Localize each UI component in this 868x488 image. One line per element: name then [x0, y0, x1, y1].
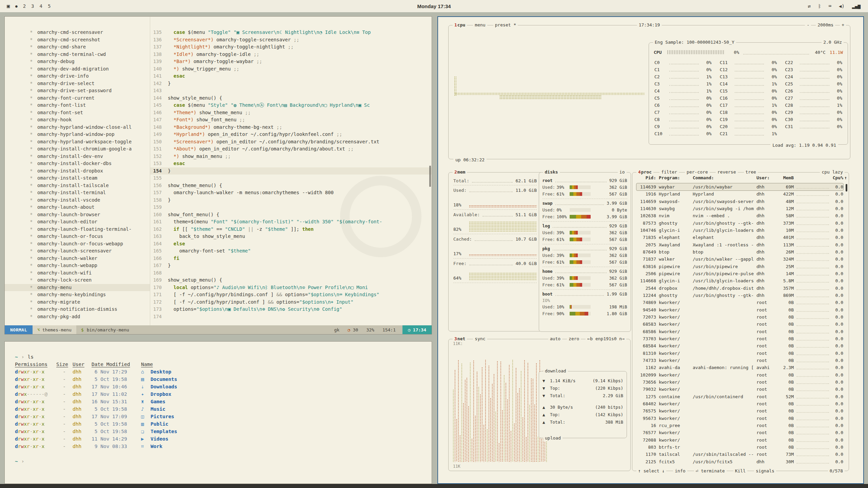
workspace-5[interactable]: 5: [48, 3, 51, 9]
auto-toggle[interactable]: auto: [548, 336, 562, 342]
tree-item[interactable]: *omarchy-drive-set-password: [5, 87, 150, 95]
tree-item[interactable]: *omarchy-install-steam: [5, 175, 150, 182]
interface-selector[interactable]: ←b enp191s0 n→: [586, 336, 626, 342]
tree-item[interactable]: *omarchy-cmd-terminal-cwd: [5, 51, 150, 58]
tree-item[interactable]: *omarchy-migrate: [5, 299, 150, 306]
tree-item[interactable]: *omarchy-install-docker-dbs: [5, 160, 150, 167]
proc-row[interactable]: 114630swaybg/usr/bin/swaybg -i /homdhh12…: [636, 205, 843, 212]
tree-item[interactable]: *omarchy-launch-or-focus-webapp: [5, 240, 150, 248]
proc-row[interactable]: 73656kworker/root0B0.0: [636, 379, 843, 386]
info-button[interactable]: info: [673, 468, 687, 474]
proc-row[interactable]: 1162avahi-daavahi-daemon: running [avahi…: [636, 364, 843, 371]
tree-item[interactable]: *omarchy-cmd-screenshot: [5, 36, 150, 44]
proc-row[interactable]: 1170tailscal/usr/sbin/tailscaled --root7…: [636, 451, 843, 458]
workspace-active-icon[interactable]: ●: [15, 4, 18, 8]
tree-item[interactable]: *omarchy-install-chromium-google-a: [5, 145, 150, 153]
editor-window[interactable]: *omarchy-cmd-screensaver*omarchy-cmd-scr…: [4, 16, 432, 334]
proc-row[interactable]: 2506pipewire/usr/bin/pipewire-pulsedhh14…: [636, 270, 843, 277]
proc-row[interactable]: 95673kworker/root0B0.0: [636, 415, 843, 422]
per-core-toggle[interactable]: per-core: [685, 169, 710, 175]
sort-selector[interactable]: cpu lazy: [820, 169, 845, 175]
proc-row[interactable]: 73703kworker/root0B0.0: [636, 335, 843, 342]
terminate-button[interactable]: ⏎ terminate: [694, 468, 727, 474]
proc-row[interactable]: 16rcu_preeroot0B0.0: [636, 422, 843, 429]
bluetooth-icon[interactable]: ᛒ: [818, 3, 821, 9]
proc-row[interactable]: 87649btopbtopdhh26M0.0: [636, 248, 843, 256]
tree-item[interactable]: *omarchy-drive-select: [5, 80, 150, 87]
proc-row[interactable]: 2075XwaylandXwayland :1 -rootless -dhh11…: [636, 241, 843, 248]
proc-row[interactable]: 68583kworker/root0B0.0: [636, 321, 843, 328]
workspace-4[interactable]: 4: [40, 3, 42, 9]
btop-window[interactable]: 1cpu menu preset * 17:34:19 - 2000ms + E…: [437, 16, 864, 484]
proc-row[interactable]: 102099kworker/root0B0.0: [636, 371, 843, 379]
signals-button[interactable]: signals: [754, 468, 776, 474]
keyboard-icon[interactable]: ⌨: [828, 3, 831, 9]
tree-item[interactable]: *omarchy-install-vscode: [5, 197, 150, 204]
tree-item[interactable]: *omarchy-debug: [5, 58, 150, 65]
proc-row[interactable]: 114668glycin-i/usr/lib/glycin-loadersdhh…: [636, 277, 843, 284]
proc-row[interactable]: 76577kworker/root0B0.0: [636, 429, 843, 436]
workspace-2[interactable]: 2: [23, 3, 26, 9]
tree-item[interactable]: *omarchy-install-terminal: [5, 189, 150, 197]
proc-row[interactable]: 71837walker/usr/bin/walker --gappldhh324…: [636, 256, 843, 263]
tab-mem[interactable]: 2mem: [453, 169, 467, 175]
proc-row[interactable]: 102638nvimnvim --embed .dhh58M0.0: [636, 212, 843, 219]
terminal-window[interactable]: ~ › ls PermissionsSizeUserDate ModifiedN…: [4, 341, 432, 484]
tab-cpu[interactable]: 1cpu: [453, 22, 467, 28]
filter-button[interactable]: filter: [659, 169, 679, 175]
network-icon[interactable]: ▂▄▆: [852, 3, 861, 9]
tree-item[interactable]: *omarchy-launch-about: [5, 204, 150, 211]
interval-decrease-button[interactable]: -: [805, 22, 811, 28]
tree-item[interactable]: *omarchy-install-tailscale: [5, 182, 150, 189]
proc-row[interactable]: 63816pipewire/usr/bin/pipewiredhh25M0.0: [636, 263, 843, 270]
select-keys[interactable]: ↑ select ↓: [636, 468, 666, 474]
proc-row[interactable]: 12244ghostty/usr/bin/ghostty --gtk-dhh86…: [636, 292, 843, 299]
code-editor[interactable]: 135 case $(menu "Toggle" "▣ Screensaver\…: [150, 17, 432, 325]
proc-row[interactable]: 94540kworker/root0B0.0: [636, 306, 843, 313]
kill-button[interactable]: Kill: [733, 468, 747, 474]
tree-item[interactable]: *omarchy-menu-keybindings: [5, 291, 150, 299]
tree-item[interactable]: *omarchy-hyprland-workspace-toggle: [5, 138, 150, 146]
tree-item[interactable]: *omarchy-launch-screensaver: [5, 247, 150, 255]
tree-item[interactable]: *omarchy-font-list: [5, 102, 150, 109]
workspace-3[interactable]: 3: [31, 3, 34, 9]
proc-row[interactable]: 72073kworker/root0B0.0: [636, 313, 843, 321]
tree-item[interactable]: *omarchy-launch-floating-terminal-: [5, 226, 150, 233]
reverse-toggle[interactable]: reverse: [716, 169, 738, 175]
proc-row[interactable]: 68584kworker/root0B0.0: [636, 342, 843, 349]
editor-scrollbar[interactable]: [429, 166, 431, 187]
tree-item[interactable]: *omarchy-launch-webapp: [5, 262, 150, 269]
tree-item[interactable]: *omarchy-menu: [5, 284, 150, 291]
tree-item[interactable]: *omarchy-hyprland-window-close-all: [5, 124, 150, 131]
proc-row[interactable]: 71835elephantelephantdhh401M0.0: [636, 234, 843, 241]
proc-row[interactable]: 81310kworker/root0B0.0: [636, 350, 843, 357]
sync-toggle[interactable]: sync: [473, 336, 487, 342]
tree-item[interactable]: *omarchy-launch-editor: [5, 218, 150, 226]
tree-item[interactable]: *omarchy-font-current: [5, 95, 150, 102]
tree-item[interactable]: *omarchy-lock-screen: [5, 277, 150, 284]
proc-row[interactable]: 87573ghostty/usr/bin/ghostty --gtk-dhh37…: [636, 220, 843, 227]
tree-item[interactable]: *omarchy-launch-or-focus: [5, 233, 150, 240]
tree-item[interactable]: *omarchy-cmd-share: [5, 43, 150, 51]
tree-item[interactable]: *omarchy-hook: [5, 116, 150, 124]
proc-row[interactable]: 72088kworker/root0B0.0: [636, 436, 843, 444]
proc-row[interactable]: 803btrfs-trroot0B0.0: [636, 444, 843, 451]
proc-row[interactable]: 68402kworker/root0B0.0: [636, 400, 843, 407]
preset-button[interactable]: preset *: [493, 22, 518, 28]
proc-row[interactable]: 74733kworker/root0B0.0: [636, 357, 843, 364]
tree-item[interactable]: *omarchy-launch-browser: [5, 211, 150, 219]
tree-item[interactable]: *omarchy-launch-walker: [5, 255, 150, 262]
file-tree[interactable]: *omarchy-cmd-screensaver*omarchy-cmd-scr…: [5, 17, 150, 325]
zero-toggle[interactable]: zero: [567, 336, 581, 342]
proc-row[interactable]: 114639waybar/usr/bin/waybardhh69M0.0: [636, 183, 843, 190]
interval-increase-button[interactable]: +: [840, 22, 846, 28]
proc-row[interactable]: 1275containe/usr/bin/containerdroot52M0.…: [636, 393, 843, 400]
prompt-line-2[interactable]: ~ ›: [15, 458, 432, 465]
menu-button[interactable]: menu: [473, 22, 487, 28]
proc-row[interactable]: 2125fcitx5/usr/bin/fcitx5dhh30M0.0: [636, 458, 843, 465]
logo-icon[interactable]: ▣: [7, 3, 10, 9]
tree-item[interactable]: *omarchy-cmd-screensaver: [5, 29, 150, 36]
tree-item[interactable]: *omarchy-drive-info: [5, 73, 150, 80]
tab-io[interactable]: io: [618, 169, 627, 175]
tree-item[interactable]: *omarchy-notification-dismiss: [5, 306, 150, 313]
